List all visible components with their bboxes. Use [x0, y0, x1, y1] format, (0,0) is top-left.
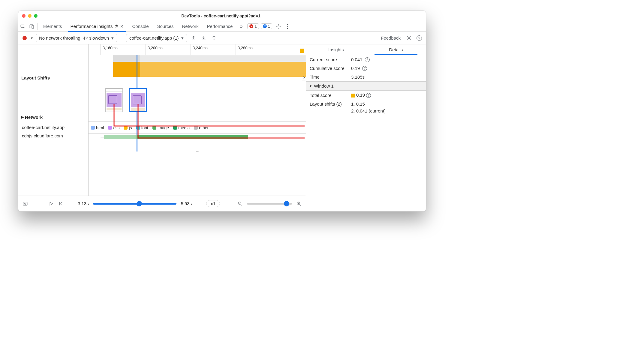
ruler-tick: 3,280ms [236, 44, 281, 55]
layout-shift-thumbnail[interactable] [105, 88, 123, 112]
speed-pill[interactable]: x1 [206, 200, 220, 207]
tab-label: Elements [43, 24, 62, 29]
help-icon[interactable]: ? [365, 57, 370, 62]
feedback-link[interactable]: Feedback [381, 35, 401, 40]
details-key: Total score [310, 93, 349, 98]
kebab-menu-icon[interactable]: ⋮ [283, 21, 292, 32]
export-icon[interactable] [190, 35, 197, 41]
svg-point-4 [408, 37, 410, 39]
playback-controls: 3.13s 5.93s x1 [18, 196, 306, 211]
rewind-icon[interactable] [58, 201, 63, 206]
panel-settings-gear-icon[interactable] [405, 35, 413, 41]
details-value: 0.19 [356, 92, 365, 98]
legend-swatch-css [108, 126, 112, 130]
zoom-window-button[interactable] [34, 14, 38, 18]
tab-performance[interactable]: Performance [203, 21, 237, 32]
time-slider[interactable] [93, 203, 177, 205]
layout-shift-track[interactable] [89, 55, 306, 122]
speed-value: x1 [211, 201, 215, 206]
zoom-slider[interactable] [247, 203, 292, 205]
time-end-label: 5.93s [181, 201, 192, 206]
toggle-preview-icon[interactable] [23, 201, 28, 206]
window-title: DevTools - coffee-cart.netlify.app/?ad=1 [38, 14, 426, 18]
legend-label: image [158, 125, 169, 130]
help-icon[interactable]: ? [416, 35, 423, 41]
close-tab-icon[interactable]: ✕ [120, 24, 124, 29]
cpu-task-bar [113, 55, 140, 62]
close-window-button[interactable] [22, 14, 26, 18]
tab-elements[interactable]: Elements [39, 21, 66, 32]
legend-label: js [129, 125, 132, 130]
record-menu-caret[interactable]: ▾ [31, 36, 33, 40]
more-tabs-icon[interactable]: » [237, 21, 245, 32]
network-request-track[interactable] [89, 141, 306, 148]
play-icon[interactable] [48, 201, 54, 206]
insights-toolbar: ▾ No network throttling, 4× slowdown ▾ c… [18, 32, 426, 44]
tab-sources[interactable]: Sources [153, 21, 178, 32]
svg-point-3 [278, 26, 279, 27]
insights-tab[interactable]: Insights [306, 44, 366, 55]
legend-label: media [178, 125, 190, 130]
tab-label: Console [132, 24, 149, 29]
import-icon[interactable] [200, 35, 207, 41]
collapse-triangle-icon: ▼ [309, 84, 312, 88]
tab-label: Details [389, 47, 403, 52]
tab-console[interactable]: Console [128, 21, 153, 32]
section-title: Window 1 [314, 83, 334, 88]
minimize-window-button[interactable] [28, 14, 32, 18]
delete-icon[interactable] [210, 35, 218, 41]
details-value: 3.185s [351, 74, 365, 80]
zoom-out-icon[interactable] [237, 201, 243, 206]
score-swatch-icon [351, 94, 355, 98]
details-key: Cumulative score [310, 66, 349, 71]
traffic-lights [18, 14, 38, 18]
error-count-badge[interactable]: ✕1 [247, 23, 259, 29]
network-request-track[interactable] [89, 134, 306, 141]
zoom-in-icon[interactable] [296, 201, 302, 206]
network-host-row[interactable]: coffee-cart.netlify.app [18, 123, 88, 131]
layout-shift-item[interactable]: 1. 0.15 [351, 101, 386, 106]
long-task-bar [113, 62, 140, 77]
network-label: Network [25, 115, 43, 120]
details-value: 0.19 [351, 66, 360, 71]
time-ruler[interactable]: 3,160ms 3,200ms 3,240ms 3,280ms [89, 44, 306, 55]
long-task-bar [113, 62, 306, 77]
legend-label: html [96, 125, 104, 130]
network-legend: html css js font image media other [89, 122, 306, 134]
ruler-tick: 3,240ms [191, 44, 236, 55]
cpu-task-bar [113, 55, 306, 62]
details-key: Time [310, 74, 349, 80]
expand-triangle-icon: ▶ [21, 115, 24, 119]
flask-icon: ⚗ [114, 24, 118, 29]
layout-shift-item-current[interactable]: 2. 0.041 (current) [351, 108, 386, 113]
network-section-header[interactable]: ▶Network [18, 111, 88, 123]
tab-network[interactable]: Network [178, 21, 203, 32]
request-queueing-bar [104, 135, 137, 139]
details-key: Layout shifts (2) [310, 101, 349, 106]
window-section-header[interactable]: ▼ Window 1 [306, 81, 426, 91]
settings-gear-icon[interactable] [274, 21, 283, 32]
cls-marker-icon[interactable] [300, 49, 304, 53]
expand-drawer-icon[interactable]: ❯ [302, 74, 306, 80]
inspect-element-icon[interactable] [18, 21, 27, 32]
layout-shift-thumbnail-selected[interactable] [129, 88, 147, 112]
chevron-down-icon: ▾ [111, 35, 114, 41]
details-tab[interactable]: Details [366, 44, 426, 55]
svg-point-6 [25, 203, 26, 204]
recording-value: coffee-cart.netlify.app (1) [129, 35, 179, 40]
legend-swatch-image [152, 126, 156, 130]
tab-label: Insights [328, 47, 344, 52]
throttle-select[interactable]: No network throttling, 4× slowdown ▾ [36, 34, 117, 42]
help-icon[interactable]: ? [366, 93, 371, 98]
legend-swatch-other [194, 126, 198, 130]
device-toolbar-icon[interactable] [27, 21, 36, 32]
message-count-badge[interactable]: ☰1 [261, 23, 272, 29]
legend-swatch-html [91, 126, 95, 130]
tab-performance-insights[interactable]: Performance insights ⚗ ✕ [66, 21, 128, 32]
recording-select[interactable]: coffee-cart.netlify.app (1) ▾ [126, 34, 187, 42]
resize-handle[interactable]: ━ [89, 148, 306, 152]
record-button[interactable] [23, 36, 27, 40]
legend-label: font [141, 125, 148, 130]
help-icon[interactable]: ? [362, 66, 367, 71]
network-host-row[interactable]: cdnjs.cloudflare.com [18, 131, 88, 140]
